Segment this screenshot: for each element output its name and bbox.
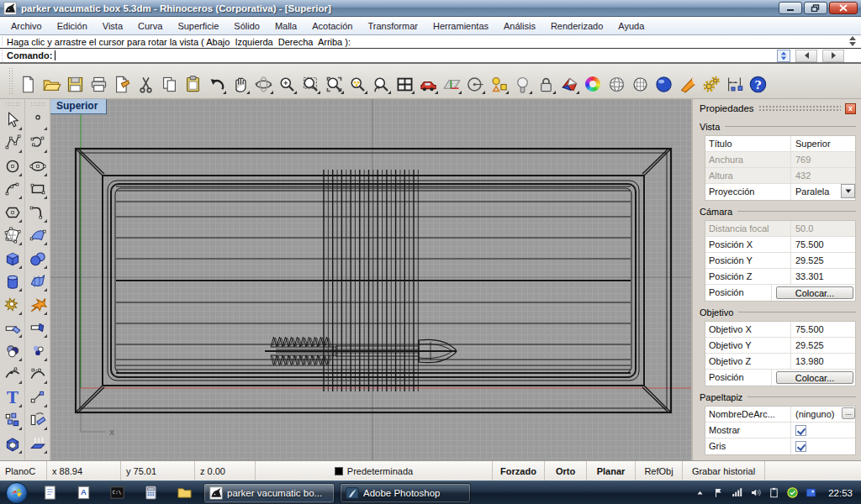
tray-network-icon[interactable]: [729, 486, 744, 501]
move-control-point-icon[interactable]: [26, 386, 49, 409]
select-pointer-icon[interactable]: [1, 108, 24, 132]
solid-cylinder-icon[interactable]: [1, 270, 24, 294]
viewport-title[interactable]: Superior: [50, 99, 107, 114]
lock-icon[interactable]: [534, 72, 557, 96]
checkbox-gris[interactable]: [795, 441, 806, 452]
status-pane-z-0-00[interactable]: z 0.00: [195, 461, 256, 480]
menu-transformar[interactable]: Transformar: [360, 18, 425, 34]
command-line[interactable]: Comando:: [0, 49, 861, 64]
zoom-previous-icon[interactable]: [369, 72, 393, 96]
prop-value-posicion-z[interactable]: 33.301: [791, 269, 855, 284]
prop-value-text[interactable]: 29.525: [795, 255, 824, 265]
color-dots-icon[interactable]: [26, 339, 49, 363]
copy-icon[interactable]: [157, 72, 181, 96]
extrude-straight-icon[interactable]: [26, 432, 49, 455]
osnap-circle-icon[interactable]: [463, 72, 487, 96]
solid-spheres-icon[interactable]: [26, 247, 49, 270]
command-back-button[interactable]: [795, 50, 817, 62]
rectangle-icon[interactable]: [26, 178, 49, 202]
zoom-window-icon[interactable]: [298, 72, 322, 96]
rotate-surface-icon[interactable]: [26, 409, 49, 433]
menu-vista[interactable]: Vista: [95, 18, 130, 34]
menu-analisis[interactable]: Análisis: [496, 18, 543, 34]
split-icon[interactable]: [26, 317, 49, 340]
save-file-icon[interactable]: [63, 72, 87, 96]
start-button[interactable]: [6, 482, 28, 504]
taskbar-button-parker-vacumatic-bo[interactable]: parker vacumatic bo...: [203, 483, 335, 503]
boolean-union-icon[interactable]: [1, 293, 24, 317]
help-icon[interactable]: ?: [746, 72, 769, 96]
ellipse-icon[interactable]: [26, 155, 49, 178]
restore-button[interactable]: [804, 2, 827, 14]
checkbox-mostrar[interactable]: [795, 425, 806, 436]
cut-icon[interactable]: [134, 72, 157, 96]
toggle-forzado[interactable]: Forzado: [493, 461, 545, 480]
print-icon[interactable]: [87, 72, 110, 96]
sidebar-grip[interactable]: [5, 102, 20, 107]
layer-colors-icon[interactable]: [1, 339, 24, 363]
text-object-icon[interactable]: T: [1, 386, 24, 409]
circle-icon[interactable]: [1, 155, 24, 178]
status-pane-x-88-94[interactable]: x 88.94: [47, 461, 121, 480]
prop-value-posicion-x[interactable]: 75.500: [791, 237, 855, 252]
taskbar-clock[interactable]: 22:53: [828, 488, 853, 498]
history-scroll[interactable]: [849, 36, 856, 46]
menu-ayuda[interactable]: Ayuda: [610, 18, 652, 34]
menu-malla[interactable]: Malla: [267, 18, 304, 34]
prop-value-nombredearc[interactable]: (ninguno)...: [791, 407, 855, 422]
prop-value-text[interactable]: Paralela: [795, 186, 829, 197]
trim-icon[interactable]: [1, 317, 24, 340]
curve-edit-point-icon[interactable]: [1, 363, 24, 386]
prop-value-text[interactable]: 33.301: [795, 271, 824, 281]
dimension-settings-icon[interactable]: [722, 72, 746, 96]
pan-view-icon[interactable]: [228, 72, 251, 96]
prop-value-text[interactable]: 29.525: [795, 340, 824, 350]
properties-close-button[interactable]: x: [845, 103, 856, 114]
menu-solido[interactable]: Sólido: [226, 18, 267, 34]
sidebar-grip[interactable]: [30, 102, 45, 107]
single-point-icon[interactable]: [26, 108, 49, 132]
tray-expand-icon[interactable]: [692, 486, 707, 501]
command-grip[interactable]: [1, 50, 4, 61]
toggle-planar[interactable]: Planar: [587, 461, 636, 480]
open-file-icon[interactable]: [40, 72, 63, 96]
undo-icon[interactable]: [204, 72, 228, 96]
prop-value-text[interactable]: Superior: [795, 139, 831, 149]
zoom-in-icon[interactable]: [275, 72, 298, 96]
toggle-refobj[interactable]: RefObj: [636, 461, 683, 480]
quick-calculator-icon[interactable]: [140, 483, 161, 503]
extrude-solid-icon[interactable]: [1, 432, 24, 455]
toggle-orto[interactable]: Orto: [545, 461, 587, 480]
shaded-display-icon[interactable]: [557, 72, 581, 96]
render-mesh-sphere-icon[interactable]: [628, 72, 652, 96]
close-button[interactable]: [829, 2, 858, 14]
wireframe-sphere-icon[interactable]: [605, 72, 628, 96]
tray-volume-icon[interactable]: [747, 486, 763, 501]
arc-icon[interactable]: [1, 178, 24, 202]
surface-patch-icon[interactable]: [1, 224, 24, 248]
prop-value-text[interactable]: 75.500: [795, 324, 824, 334]
status-pane-predeterminada[interactable]: Predeterminada: [256, 461, 493, 480]
surface-corner-icon[interactable]: [26, 224, 49, 248]
prop-value-text[interactable]: 13.980: [795, 356, 824, 366]
prop-value-posicion-y[interactable]: 29.525: [791, 253, 855, 268]
menu-acotacion[interactable]: Acotación: [304, 18, 360, 34]
block-objects-icon[interactable]: [1, 409, 24, 433]
status-pane-planoc[interactable]: PlanoC: [0, 461, 47, 480]
cplane-icon[interactable]: [440, 72, 463, 96]
options-gears-icon[interactable]: [699, 72, 722, 96]
status-pane-y-75-01[interactable]: y 75.01: [121, 461, 195, 480]
prop-value-titulo[interactable]: Superior: [791, 136, 855, 151]
tray-language-icon[interactable]: [803, 486, 818, 501]
render-ball-icon[interactable]: [652, 72, 675, 96]
zoom-extents-icon[interactable]: [322, 72, 346, 96]
rotate-view-icon[interactable]: [251, 72, 275, 96]
control-point-curve-icon[interactable]: [1, 132, 24, 155]
new-file-icon[interactable]: [16, 72, 40, 96]
blend-curve-icon[interactable]: [26, 201, 49, 224]
command-spinner[interactable]: [777, 50, 790, 62]
tray-flag-icon[interactable]: [710, 486, 726, 501]
curve-handlebars-icon[interactable]: [26, 363, 49, 386]
viewport-layout-icon[interactable]: [393, 72, 416, 96]
color-wheel-icon[interactable]: [581, 72, 605, 96]
